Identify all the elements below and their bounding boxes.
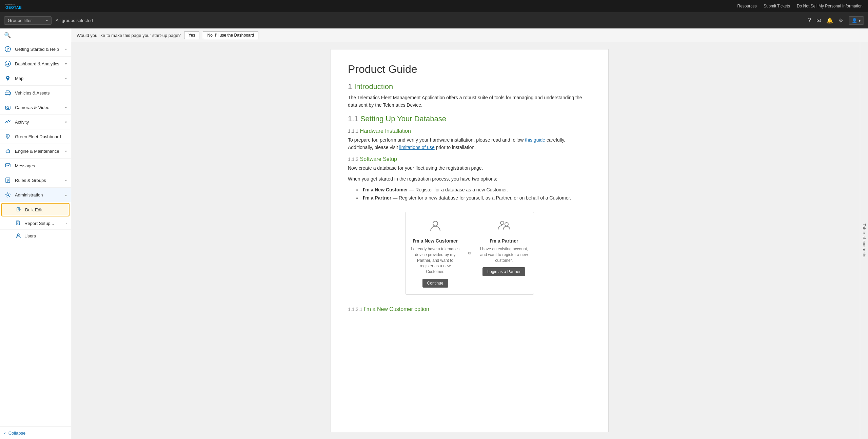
svg-rect-6: [8, 63, 9, 65]
sidebar-item-vehicles[interactable]: Vehicles & Assets: [0, 86, 71, 100]
svg-rect-23: [17, 208, 20, 211]
sidebar-item-activity[interactable]: Activity ▾: [0, 115, 71, 129]
administration-icon: [4, 191, 12, 198]
section-111-para: To prepare for, perform and verify your …: [348, 136, 591, 151]
resources-link[interactable]: Resources: [737, 4, 757, 8]
dashboard-icon: [4, 60, 12, 67]
sidebar-item-messages[interactable]: Messages: [0, 159, 71, 173]
toc-sidebar[interactable]: Table of contents: [860, 42, 868, 439]
svg-point-30: [17, 234, 19, 236]
groups-filter-button[interactable]: Groups filter ▾: [4, 16, 52, 25]
section-1-num: 1: [348, 82, 352, 91]
new-customer-option: I'm a New Customer I already have a tele…: [406, 212, 465, 294]
green-fleet-label: Green Fleet Dashboard: [15, 134, 67, 139]
sidebar-item-engine[interactable]: Engine & Maintenance ▾: [0, 144, 71, 159]
report-setup-label: Report Setup...: [24, 221, 54, 226]
administration-chevron-icon: ▴: [65, 193, 67, 197]
report-setup-arrow-icon: ›: [66, 222, 67, 225]
all-groups-selected-label: All groups selected: [56, 18, 93, 23]
collapse-label: Collapse: [8, 431, 26, 436]
startup-bar: Would you like to make this page your st…: [71, 28, 868, 42]
svg-point-31: [433, 221, 438, 226]
partner-title: I'm a Partner: [490, 238, 518, 244]
svg-point-8: [6, 95, 7, 96]
sidebar-item-getting-started[interactable]: ? Getting Started & Help ▾: [0, 42, 71, 57]
map-icon: [4, 75, 12, 82]
settings-icon[interactable]: ⚙: [839, 17, 843, 24]
do-not-sell-link[interactable]: Do Not Sell My Personal Information: [797, 4, 863, 8]
sidebar-subitem-report-setup[interactable]: Report Setup... ›: [0, 217, 71, 230]
or-divider: or: [465, 212, 474, 294]
geotab-logo: Powered by GEOTAB: [5, 2, 36, 10]
search-icon[interactable]: 🔍: [4, 32, 11, 38]
section-111-para-text1: To prepare for, perform and verify your …: [348, 137, 525, 143]
sidebar-subitem-bulk-edit[interactable]: Bulk Edit: [1, 203, 70, 216]
section-112-para2: When you get started in the registration…: [348, 175, 591, 183]
getting-started-icon: ?: [4, 45, 12, 53]
limitations-link[interactable]: limitations of use: [399, 145, 434, 150]
messages-icon: [4, 162, 12, 169]
doc-title: Product Guide: [348, 63, 591, 76]
this-guide-link[interactable]: this guide: [525, 137, 545, 143]
engine-chevron-icon: ▾: [65, 149, 67, 153]
sidebar-item-rules[interactable]: Rules & Groups ▾: [0, 173, 71, 188]
section-11-title: Setting Up Your Database: [360, 114, 446, 123]
no-dashboard-button[interactable]: No, I'll use the Dashboard: [203, 31, 258, 39]
secondbar-actions: ? ✉ 🔔 ⚙ 👤 ▾: [808, 16, 864, 25]
dashboard-label: Dashboard & Analytics: [15, 61, 65, 66]
list-item-partner: I'm a Partner — Register for a new datab…: [361, 194, 591, 202]
cameras-label: Cameras & Video: [15, 105, 65, 110]
new-customer-desc: I already have a telematics device provi…: [411, 246, 459, 275]
secondbar: Groups filter ▾ All groups selected ? ✉ …: [0, 12, 868, 28]
sidebar-item-map[interactable]: Map ▾: [0, 71, 71, 86]
sidebar-item-administration[interactable]: Administration ▴: [0, 188, 71, 202]
svg-point-4: [5, 61, 11, 66]
svg-rect-27: [17, 222, 19, 222]
map-chevron-icon: ▾: [65, 77, 67, 80]
startup-question: Would you like to make this page your st…: [77, 33, 181, 38]
activity-chevron-icon: ▾: [65, 120, 67, 124]
section-112-title: Software Setup: [360, 156, 397, 162]
partner-login-button[interactable]: Login as a Partner: [482, 267, 525, 276]
topbar: Powered by GEOTAB Resources Submit Ticke…: [0, 0, 868, 12]
getting-started-chevron-icon: ▾: [65, 47, 67, 51]
submit-tickets-link[interactable]: Submit Tickets: [764, 4, 790, 8]
toc-label: Table of contents: [862, 224, 866, 257]
sidebar-item-dashboard[interactable]: Dashboard & Analytics ▾: [0, 57, 71, 71]
svg-point-11: [7, 107, 9, 109]
new-customer-continue-button[interactable]: Continue: [422, 279, 448, 288]
dashboard-chevron-icon: ▾: [65, 62, 67, 66]
user-chevron-icon: ▾: [859, 18, 861, 23]
content-area: Would you like to make this page your st…: [71, 28, 868, 439]
map-label: Map: [15, 76, 65, 81]
report-setup-icon: [15, 220, 22, 227]
vehicles-label: Vehicles & Assets: [15, 90, 67, 96]
section-111-num: 1.1.1: [348, 128, 358, 134]
bulk-edit-icon: [16, 206, 22, 213]
rules-chevron-icon: ▾: [65, 179, 67, 182]
new-customer-bold: I'm a New Customer: [363, 187, 408, 192]
groups-filter-label: Groups filter: [8, 18, 32, 23]
groups-filter-chevron-icon: ▾: [46, 19, 48, 22]
list-item-new-customer: I'm a New Customer — Register for a data…: [361, 186, 591, 194]
section-1-heading: 1 Introduction: [348, 82, 591, 91]
document-area: Product Guide 1 Introduction The Telemat…: [71, 42, 868, 439]
section-1-title: Introduction: [354, 82, 393, 91]
user-dropdown[interactable]: 👤 ▾: [849, 16, 864, 25]
svg-rect-17: [5, 164, 10, 167]
section-112-num: 1.1.2: [348, 156, 358, 162]
section-112-list: I'm a New Customer — Register for a data…: [361, 186, 591, 202]
sidebar-item-cameras[interactable]: Cameras & Video ▾: [0, 100, 71, 115]
partner-rest: — Register for a new database for yourse…: [393, 195, 571, 201]
help-icon[interactable]: ?: [808, 17, 811, 23]
engine-label: Engine & Maintenance: [15, 149, 65, 154]
mail-icon[interactable]: ✉: [816, 17, 821, 24]
section-111-heading: 1.1.1 Hardware Installation: [348, 128, 591, 134]
rules-icon: [4, 176, 12, 184]
section-112-heading: 1.1.2 Software Setup: [348, 156, 591, 162]
yes-button[interactable]: Yes: [184, 31, 200, 39]
sidebar-subitem-users[interactable]: Users: [0, 230, 71, 242]
bell-icon[interactable]: 🔔: [826, 17, 833, 24]
collapse-button[interactable]: ‹ Collapse: [0, 426, 71, 439]
sidebar-item-green-fleet[interactable]: Green Fleet Dashboard: [0, 129, 71, 144]
